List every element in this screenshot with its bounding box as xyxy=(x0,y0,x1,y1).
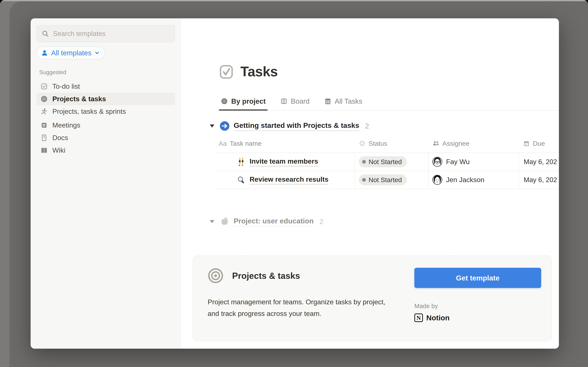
collapse-caret-icon[interactable] xyxy=(210,220,214,223)
apple-emoji xyxy=(220,217,230,227)
search-box[interactable] xyxy=(36,25,175,42)
group-header-user-education: Project: user education 2 xyxy=(208,216,323,227)
sidebar-item-projects-tasks[interactable]: Projects & tasks xyxy=(36,93,175,105)
avatar-jen-jackson xyxy=(432,175,442,185)
card-title-row: Projects & tasks xyxy=(208,268,404,284)
search-icon xyxy=(41,30,49,38)
sidebar-item-label: Docs xyxy=(52,134,68,142)
task-name-link[interactable]: Invite team members xyxy=(250,157,318,166)
card-title: Projects & tasks xyxy=(232,271,300,281)
status-cell: Not Started xyxy=(355,153,428,171)
sidebar-item-label: Projects & tasks xyxy=(52,95,106,103)
chevron-down-icon xyxy=(95,50,100,56)
assignee-cell: Fay Wu xyxy=(428,153,519,171)
all-templates-filter[interactable]: All templates xyxy=(36,47,105,59)
assignee-name: Fay Wu xyxy=(446,158,470,166)
calendar-icon xyxy=(523,140,530,147)
sidebar-item-wiki[interactable]: Wiki xyxy=(36,144,175,157)
table-row: Review research results Not Started xyxy=(216,171,559,189)
suggested-section-label: Suggested xyxy=(39,69,175,75)
due-date-cell: May 6, 202 xyxy=(519,171,559,189)
blue-arrow-circle-icon xyxy=(220,121,230,131)
tab-by-project[interactable]: By project xyxy=(219,93,268,110)
dancers-emoji xyxy=(237,157,245,166)
group-count: 2 xyxy=(320,217,323,226)
meeting-note-icon xyxy=(40,122,48,129)
task-cell: Review research results xyxy=(216,171,355,189)
status-dot-icon xyxy=(362,178,366,182)
table-grid-icon xyxy=(324,98,331,105)
status-label: Not Started xyxy=(369,158,402,166)
group-count: 2 xyxy=(365,122,369,130)
author-row: N Notion xyxy=(414,314,541,322)
text-Aa-icon: Aa xyxy=(219,140,227,147)
search-input[interactable] xyxy=(53,30,170,37)
status-badge: Not Started xyxy=(359,156,407,167)
page-title: Tasks xyxy=(240,64,278,80)
status-cell: Not Started xyxy=(355,171,428,189)
todo-checkbox-icon xyxy=(40,83,48,90)
table-header-row: Aa Task name Status Assignee Due xyxy=(216,134,559,153)
group-title-link[interactable]: Project: user education xyxy=(234,217,314,226)
tab-label: By project xyxy=(231,97,266,105)
assignee-cell: Jen Jackson xyxy=(428,171,519,189)
column-header-status[interactable]: Status xyxy=(355,140,428,147)
sidebar-item-projects-tasks-sprints[interactable]: Projects, tasks & sprints xyxy=(36,105,175,118)
column-header-task-name[interactable]: Aa Task name xyxy=(216,140,355,147)
column-label: Status xyxy=(369,140,387,147)
desktop-backdrop: All templates Suggested To-do list Proje… xyxy=(0,0,588,367)
people-icon xyxy=(432,140,439,147)
runner-icon xyxy=(40,108,48,115)
tab-label: Board xyxy=(291,97,310,105)
assignee-name: Jen Jackson xyxy=(446,176,484,184)
card-description: Project management for teams. Organize t… xyxy=(208,296,390,319)
filter-label: All templates xyxy=(51,49,91,57)
sidebar-item-label: To-do list xyxy=(52,83,80,90)
status-badge: Not Started xyxy=(359,174,407,185)
target-icon xyxy=(221,98,228,105)
card-info: Projects & tasks Project management for … xyxy=(208,268,414,341)
task-cell: Invite team members xyxy=(216,153,355,171)
template-info-card: Projects & tasks Project management for … xyxy=(193,256,552,341)
magnifier-emoji xyxy=(237,175,245,184)
column-header-due[interactable]: Due xyxy=(519,140,559,147)
column-label: Task name xyxy=(230,140,262,147)
notion-logo-icon: N xyxy=(414,314,423,322)
sidebar-item-docs[interactable]: Docs xyxy=(36,132,175,144)
card-actions: Get template Made by N Notion xyxy=(414,268,541,341)
tab-label: All Tasks xyxy=(335,97,363,105)
target-icon xyxy=(40,95,48,103)
sidebar-item-label: Wiki xyxy=(52,146,65,154)
sidebar-item-todo-list[interactable]: To-do list xyxy=(36,80,175,93)
book-icon xyxy=(40,147,48,154)
sidebar-item-meetings[interactable]: Meetings xyxy=(36,119,175,132)
due-date-cell: May 6, 202 xyxy=(519,153,559,171)
view-tabs: By project Board All Tasks xyxy=(219,93,559,110)
get-template-button[interactable]: Get template xyxy=(414,268,541,288)
template-gallery-modal: All templates Suggested To-do list Proje… xyxy=(31,18,559,349)
template-preview: Tasks By project Board All Tasks xyxy=(181,18,559,349)
checkbox-icon xyxy=(219,64,234,80)
document-icon xyxy=(40,134,48,142)
tab-board[interactable]: Board xyxy=(278,93,311,110)
status-spinner-icon xyxy=(359,140,365,147)
task-name-link[interactable]: Review research results xyxy=(250,175,329,184)
task-table: Aa Task name Status Assignee Due xyxy=(216,134,559,189)
collapse-caret-icon[interactable] xyxy=(210,125,214,127)
template-sidebar: All templates Suggested To-do list Proje… xyxy=(31,18,181,349)
column-header-assignee[interactable]: Assignee xyxy=(428,140,519,147)
sidebar-item-label: Projects, tasks & sprints xyxy=(52,108,126,116)
status-dot-icon xyxy=(362,160,366,164)
template-list: To-do list Projects & tasks Projects, ta… xyxy=(36,80,175,157)
target-icon xyxy=(208,268,224,284)
author-name: Notion xyxy=(426,314,450,322)
column-label: Due xyxy=(533,140,545,147)
person-icon xyxy=(41,49,48,56)
group-title-link[interactable]: Getting started with Projects & tasks xyxy=(234,121,359,131)
status-label: Not Started xyxy=(369,176,402,184)
screen-top-edge xyxy=(0,0,588,1)
made-by-label: Made by xyxy=(414,303,541,309)
page-title-row: Tasks xyxy=(219,64,278,80)
tab-all-tasks[interactable]: All Tasks xyxy=(322,93,364,110)
table-body: Invite team members Not Started xyxy=(216,153,559,189)
